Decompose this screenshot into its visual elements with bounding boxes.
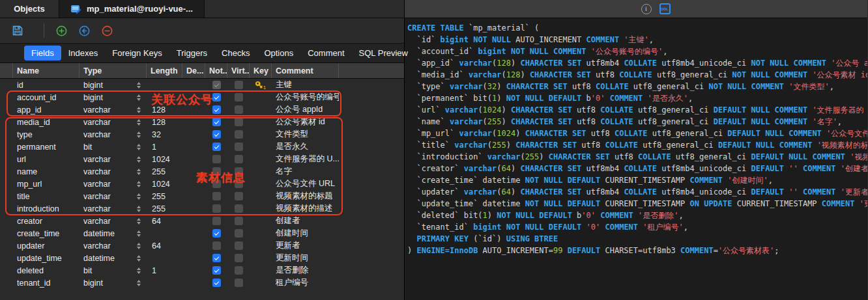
virtual-checkbox[interactable]: [235, 81, 243, 89]
virtual-checkbox[interactable]: [235, 266, 243, 275]
header-decimals[interactable]: De...: [182, 63, 205, 78]
not-null-checkbox[interactable]: [212, 204, 221, 213]
not-null-checkbox[interactable]: [212, 241, 221, 250]
type-stepper[interactable]: [137, 169, 141, 175]
field-row-updater[interactable]: updatervarchar64更新者: [0, 239, 404, 252]
ddl-code[interactable]: CREATE TABLE `mp_material` ( `id` bigint…: [405, 18, 867, 300]
type-stepper[interactable]: [137, 131, 141, 138]
field-row-update_time[interactable]: update_timedatetime更新时间: [0, 252, 404, 264]
field-row-title[interactable]: titlevarchar255视频素材的标题: [0, 190, 404, 202]
type-stepper[interactable]: [137, 156, 141, 163]
tab-table-designer[interactable]: mp_material@ruoyi-vue-...: [59, 0, 205, 18]
type-stepper[interactable]: [137, 243, 141, 249]
type-cell: [130, 119, 147, 126]
not-null-checkbox[interactable]: [212, 105, 221, 114]
not-null-checkbox[interactable]: [212, 167, 221, 176]
not-null-checkbox[interactable]: [212, 143, 221, 151]
type-stepper[interactable]: [137, 119, 141, 126]
not-null-checkbox[interactable]: [212, 180, 221, 188]
virtual-checkbox[interactable]: [235, 279, 243, 287]
not-null-cell: [205, 204, 227, 213]
header-comment[interactable]: Comment: [272, 63, 339, 78]
virtual-checkbox[interactable]: [235, 229, 243, 238]
insert-field-icon[interactable]: [78, 24, 91, 37]
type-stepper[interactable]: [137, 280, 141, 286]
field-row-media_id[interactable]: media_idvarchar128公众号素材 id: [0, 116, 404, 128]
type-stepper[interactable]: [137, 230, 141, 237]
virtual-checkbox[interactable]: [235, 130, 243, 139]
field-row-deleted[interactable]: deletedbit1是否删除: [0, 264, 404, 277]
header-key[interactable]: Key: [250, 63, 272, 78]
type-stepper[interactable]: [137, 181, 141, 187]
field-row-name[interactable]: namevarchar255名字: [0, 165, 404, 178]
tab-fields[interactable]: Fields: [24, 46, 61, 61]
type-stepper[interactable]: [137, 267, 141, 274]
not-null-checkbox[interactable]: [212, 266, 221, 275]
virtual-checkbox[interactable]: [235, 143, 243, 151]
tab-checks[interactable]: Checks: [214, 46, 257, 61]
not-null-checkbox[interactable]: [212, 229, 221, 238]
not-null-checkbox[interactable]: [212, 192, 221, 200]
tab-options[interactable]: Options: [257, 46, 300, 61]
virtual-checkbox[interactable]: [235, 241, 243, 250]
type-stepper[interactable]: [137, 255, 141, 262]
save-icon[interactable]: [11, 24, 24, 37]
header-name[interactable]: Name: [13, 63, 80, 78]
tab-foreign-keys[interactable]: Foreign Keys: [105, 46, 169, 61]
field-comment: 公众号账号的编号: [272, 92, 339, 103]
field-row-creator[interactable]: creatorvarchar64创建者: [0, 215, 404, 227]
virtual-checkbox[interactable]: [235, 155, 243, 163]
tab-objects[interactable]: Objects: [0, 0, 59, 18]
field-row-mp_url[interactable]: mp_urlvarchar1024公众号文件 URL: [0, 178, 404, 190]
field-row-permanent[interactable]: permanentbit1是否永久: [0, 141, 404, 153]
header-not-null[interactable]: Not...: [205, 63, 227, 78]
tab-comment[interactable]: Comment: [300, 46, 351, 61]
tab-sql-preview[interactable]: SQL Preview: [352, 46, 415, 61]
field-row-app_id[interactable]: app_idvarchar128公众号 appId: [0, 103, 404, 116]
field-row-introduction[interactable]: introductionvarchar255视频素材的描述: [0, 202, 404, 215]
virtual-checkbox[interactable]: [235, 254, 243, 262]
not-null-checkbox[interactable]: [212, 118, 221, 126]
field-row-create_time[interactable]: create_timedatetime创建时间: [0, 227, 404, 239]
virtual-checkbox[interactable]: [235, 105, 243, 114]
info-icon[interactable]: i: [641, 4, 652, 14]
field-comment: 是否永久: [272, 141, 339, 152]
type-stepper[interactable]: [137, 82, 141, 89]
field-row-account_id[interactable]: account_idbigint公众号账号的编号: [0, 91, 404, 103]
not-null-checkbox[interactable]: [212, 81, 221, 89]
field-name: tenant_id: [13, 279, 80, 288]
header-virtual[interactable]: Virt...: [227, 63, 250, 78]
not-null-checkbox[interactable]: [212, 93, 221, 102]
header-length[interactable]: Length: [147, 63, 182, 78]
virtual-checkbox[interactable]: [235, 167, 243, 176]
tab-indexes[interactable]: Indexes: [61, 46, 106, 61]
virtual-checkbox[interactable]: [235, 180, 243, 188]
virtual-checkbox[interactable]: [235, 217, 243, 225]
type-stepper[interactable]: [137, 107, 141, 113]
type-stepper[interactable]: [137, 218, 141, 225]
not-null-checkbox[interactable]: [212, 130, 221, 139]
type-stepper[interactable]: [137, 94, 141, 101]
type-stepper[interactable]: [137, 193, 141, 200]
virtual-checkbox[interactable]: [235, 118, 243, 126]
field-length: 255: [147, 192, 182, 201]
ddl-icon[interactable]: DDL: [659, 3, 671, 14]
header-type[interactable]: Type: [80, 63, 147, 78]
add-field-icon[interactable]: [55, 24, 68, 37]
virtual-checkbox[interactable]: [235, 192, 243, 200]
field-row-tenant_id[interactable]: tenant_idbigint租户编号: [0, 277, 404, 289]
delete-field-icon[interactable]: [100, 24, 113, 37]
field-row-id[interactable]: idbigint 1 主键: [0, 79, 404, 91]
virtual-checkbox[interactable]: [235, 204, 243, 213]
field-name: create_time: [13, 229, 80, 238]
type-stepper[interactable]: [137, 206, 141, 212]
field-row-type[interactable]: typevarchar32文件类型: [0, 128, 404, 141]
virtual-checkbox[interactable]: [235, 93, 243, 102]
not-null-checkbox[interactable]: [212, 217, 221, 225]
field-row-url[interactable]: urlvarchar1024文件服务器的 U...: [0, 153, 404, 165]
not-null-checkbox[interactable]: [212, 279, 221, 287]
tab-triggers[interactable]: Triggers: [169, 46, 214, 61]
not-null-checkbox[interactable]: [212, 155, 221, 163]
not-null-checkbox[interactable]: [212, 254, 221, 262]
type-stepper[interactable]: [137, 144, 141, 150]
